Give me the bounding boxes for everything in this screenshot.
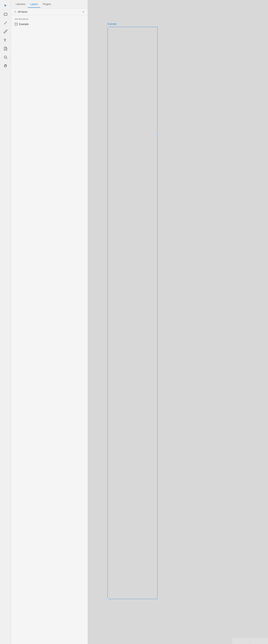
filter-dropdown-button[interactable] [82,10,85,13]
svg-point-7 [14,11,16,12]
pen-tool[interactable] [2,28,9,35]
control-point-right-mid[interactable] [157,134,159,135]
control-point-bottom-left[interactable] [107,598,109,600]
panels-container: Libraries Layers Plugins All Items ARTBO… [11,0,88,644]
search-tool[interactable] [2,54,9,61]
bottom-btn-left[interactable] [232,638,250,644]
control-point-top-left[interactable] [107,26,109,28]
layer-item-example[interactable]: Example [11,22,88,27]
filter-search-icon [14,10,16,13]
artboards-section-label: ARTBOARDS [11,18,88,22]
pages-tool[interactable] [2,45,9,52]
svg-rect-0 [4,13,7,16]
bottom-bar [232,638,268,644]
tab-bar: Libraries Layers Plugins [11,0,88,8]
tab-plugins[interactable]: Plugins [40,1,54,8]
text-tool[interactable]: T [2,36,9,44]
svg-point-5 [4,56,6,58]
filter-bar: All Items [11,8,88,15]
artboard-frame [108,27,157,599]
filter-label: All Items [18,10,82,13]
toolbar: T [0,0,11,644]
layer-item-example-label: Example [19,23,28,26]
artboard-canvas-label: Example [108,22,117,25]
svg-line-6 [6,58,7,59]
line-tool[interactable] [2,19,9,26]
layers-content: ARTBOARDS Example [11,15,88,644]
canvas[interactable]: Example [88,0,268,644]
artboard-icon [15,23,17,26]
tab-libraries[interactable]: Libraries [13,1,28,8]
svg-line-1 [4,22,7,24]
svg-line-8 [16,12,16,13]
svg-rect-9 [15,23,17,25]
svg-text:T: T [4,38,6,42]
rectangle-tool[interactable] [2,11,9,18]
tab-layers[interactable]: Layers [28,1,40,8]
select-tool[interactable] [2,2,9,9]
hand-tool[interactable] [2,62,9,70]
bottom-btn-right[interactable] [250,638,268,644]
